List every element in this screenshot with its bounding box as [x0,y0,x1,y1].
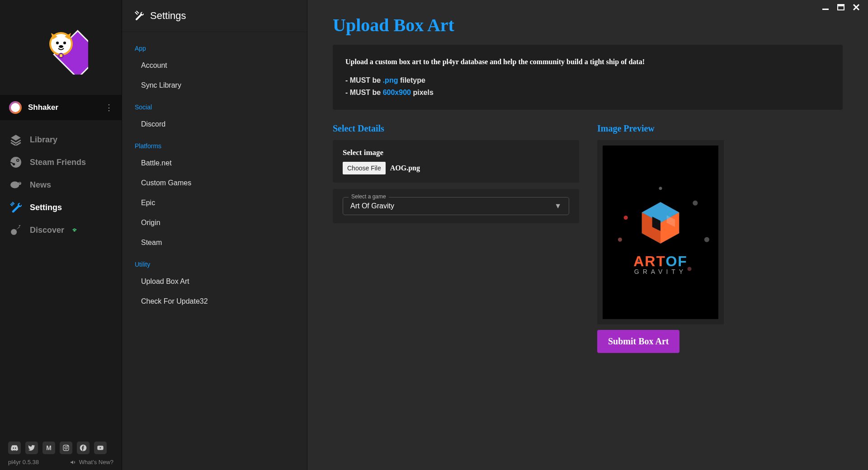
rule-text: - MUST be [345,76,383,84]
layers-icon [10,134,22,146]
svg-point-21 [67,446,68,446]
choose-file-button[interactable]: Choose File [343,162,386,174]
game-select-value: Art Of Gravity [350,202,561,210]
settings-item-origin[interactable]: Origin [122,213,307,233]
kiwi-icon [10,179,22,191]
svg-point-20 [65,446,67,449]
nav-label: Library [30,135,57,145]
settings-group-label: Utility [122,253,307,272]
instagram-icon[interactable] [60,442,72,454]
version-label: pl4yr 0.5.38 [8,459,39,465]
tools-icon [134,11,144,21]
nav: Library Steam Friends News Settings [0,120,122,442]
sidebar-item-steam-friends[interactable]: Steam Friends [0,151,122,174]
youtube-icon[interactable] [94,442,107,454]
svg-rect-10 [60,54,62,57]
select-game-card: Select a game Art Of Gravity ▼ [333,189,579,223]
user-menu-icon[interactable]: ⋮ [105,103,113,113]
game-select[interactable]: Select a game Art Of Gravity ▼ [343,197,569,215]
medium-icon[interactable]: M [42,442,55,454]
preview-t1b: OF [665,253,687,269]
user-name: Shhaker [28,103,105,112]
image-preview-label: Image Preview [597,123,843,134]
sidebar-item-library[interactable]: Library [0,128,122,151]
select-image-card: Select image Choose File AOG.png [333,140,579,183]
svg-point-18 [11,229,17,235]
svg-point-13 [17,160,19,161]
preview-t2: GRAVITY [633,268,688,275]
user-row[interactable]: Shhaker ⋮ [0,95,122,120]
bottom-bar: M pl4yr 0.5.38 What's New? [0,442,122,470]
settings-item-steam[interactable]: Steam [122,233,307,253]
minimize-icon[interactable] [822,4,829,11]
preview-logo-icon [636,198,685,248]
tools-icon [10,202,22,213]
intro-text: Upload a custom box art to the pl4yr dat… [345,56,830,68]
settings-group-label: App [122,37,307,56]
comet-icon [10,224,22,236]
settings-item-custom-games[interactable]: Custom Games [122,173,307,193]
svg-point-6 [56,42,59,44]
image-preview: ARTOF GRAVITY [597,140,724,324]
select-image-label: Select image [343,148,569,157]
svg-point-8 [59,45,63,48]
whats-new-label: What's New? [79,459,113,465]
svg-point-15 [10,181,19,188]
page-title: Upload Box Art [333,14,843,36]
steam-icon [10,156,22,168]
select-details-label: Select Details [333,123,579,134]
maximize-icon[interactable] [837,4,844,11]
svg-point-17 [19,183,20,183]
sidebar: Shhaker ⋮ Library Steam Friends News [0,0,122,470]
main-content: Upload Box Art Upload a custom box art t… [307,0,868,470]
broadcast-icon: ᯤ [72,226,79,234]
nav-label: Discover [30,226,64,235]
chevron-down-icon: ▼ [554,202,561,210]
close-icon[interactable] [853,4,860,11]
settings-item-sync-library[interactable]: Sync Library [122,75,307,95]
submit-button[interactable]: Submit Box Art [597,330,679,353]
app-logo [0,0,122,95]
discord-icon[interactable] [8,442,21,454]
rule-text: pixels [411,89,434,96]
settings-title: Settings [150,10,186,22]
settings-item-check-for-update32[interactable]: Check For Update32 [122,291,307,311]
sidebar-item-news[interactable]: News [0,174,122,196]
svg-rect-2 [838,5,844,6]
preview-t1a: ART [633,253,665,269]
settings-item-battle-net[interactable]: Battle.net [122,153,307,173]
svg-point-7 [63,42,66,44]
svg-point-11 [10,157,21,168]
rule-text: - MUST be [345,89,383,96]
twitter-icon[interactable] [25,442,38,454]
game-select-label: Select a game [349,193,389,200]
settings-panel: Settings AppAccountSync LibrarySocialDis… [122,0,307,470]
settings-header: Settings [122,0,307,32]
rule-accent: 600x900 [383,89,411,96]
svg-rect-0 [822,9,829,10]
sidebar-item-discover[interactable]: Discover ᯤ [0,219,122,241]
settings-item-account[interactable]: Account [122,56,307,75]
sidebar-item-settings[interactable]: Settings [0,196,122,219]
whats-new-link[interactable]: What's New? [70,459,113,465]
nav-label: Steam Friends [30,158,86,167]
rule-text: filetype [398,76,425,84]
nav-label: News [30,180,51,190]
selected-file-name: AOG.png [390,164,420,172]
settings-item-discord[interactable]: Discord [122,114,307,134]
user-avatar-icon [9,101,22,114]
nav-label: Settings [30,203,62,212]
settings-group-label: Social [122,95,307,114]
facebook-icon[interactable] [77,442,90,454]
settings-item-epic[interactable]: Epic [122,193,307,213]
settings-item-upload-box-art[interactable]: Upload Box Art [122,272,307,291]
settings-group-label: Platforms [122,134,307,153]
rule-accent: .png [383,76,398,84]
announce-icon [70,459,76,465]
info-box: Upload a custom box art to the pl4yr dat… [333,45,843,110]
